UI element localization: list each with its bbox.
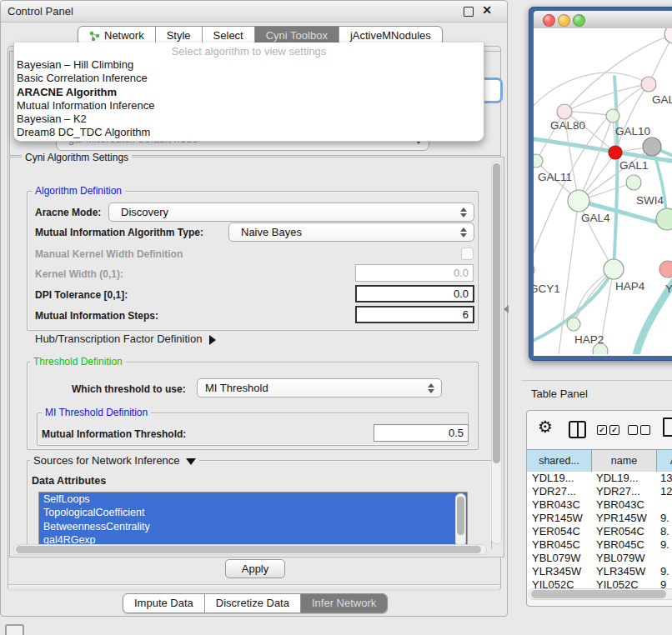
- network-node[interactable]: [664, 28, 672, 43]
- mi-steps-label: Mutual Information Steps:: [35, 310, 158, 322]
- data-attribute-item[interactable]: BetweennessCentrality: [39, 520, 467, 533]
- network-node[interactable]: [557, 104, 572, 119]
- table-cell: YER054C: [527, 525, 591, 538]
- network-node[interactable]: [567, 318, 580, 331]
- mi-threshold-label: Mutual Information Threshold:: [42, 428, 186, 440]
- settings-horizontal-scrollbar[interactable]: [13, 544, 487, 555]
- table-row[interactable]: YDL19...YDL19...13: [527, 472, 672, 485]
- network-window-titlebar: [534, 11, 672, 29]
- split-columns-icon[interactable]: [569, 421, 586, 438]
- minimize-traffic-light[interactable]: [558, 14, 570, 27]
- settings-vertical-scrollbar-thumb[interactable]: [493, 163, 500, 463]
- sources-toggle[interactable]: Sources for Network Inference: [30, 454, 199, 467]
- table-column-header[interactable]: A: [657, 450, 672, 472]
- table-column-header[interactable]: name: [592, 450, 657, 472]
- data-attributes-label: Data Attributes: [32, 475, 106, 487]
- table-cell: 13: [655, 472, 672, 485]
- table-column-header[interactable]: shared...: [527, 450, 592, 472]
- tab-discretize-data[interactable]: Discretize Data: [205, 594, 301, 612]
- aracne-mode-combo[interactable]: Discovery: [108, 202, 474, 222]
- settings-vertical-scrollbar[interactable]: [491, 161, 502, 544]
- data-attribute-item[interactable]: SelfLoops: [39, 492, 467, 506]
- table-cell: 8.: [655, 525, 672, 538]
- table-cell: YBR043C: [527, 498, 591, 512]
- table-row[interactable]: YDR27...YDR27...12: [527, 485, 672, 498]
- hub-definition-toggle[interactable]: Hub/Transcription Factor Definition: [35, 332, 216, 345]
- which-threshold-combo[interactable]: MI Threshold: [197, 378, 442, 398]
- table-panel-title: Table Panel: [531, 388, 588, 400]
- network-node[interactable]: [604, 259, 624, 279]
- network-node[interactable]: [626, 175, 641, 190]
- network-node[interactable]: [656, 208, 672, 230]
- network-node[interactable]: [534, 154, 543, 168]
- table-cell: 12: [655, 485, 672, 498]
- table-row[interactable]: YBR043CYBR043C: [527, 498, 672, 512]
- table-row[interactable]: YBL079WYBL079W: [527, 552, 672, 565]
- cyni-algorithm-settings-panel: Cyni Algorithm Settings Algorithm Defini…: [9, 157, 504, 558]
- network-edge[interactable]: [559, 201, 579, 354]
- network-node[interactable]: [606, 109, 619, 122]
- combo-stepper-icon: [460, 208, 467, 218]
- zoom-traffic-light[interactable]: [573, 14, 585, 27]
- algorithm-dropdown-item[interactable]: Bayesian – Hill Climbing: [14, 58, 484, 72]
- tab-impute-data[interactable]: Impute Data: [123, 594, 205, 612]
- network-edge[interactable]: [534, 72, 649, 112]
- screen: Control Panel ✕ Network Style Select Cyn…: [0, 0, 672, 635]
- network-node[interactable]: [641, 77, 656, 92]
- dpi-tolerance-field[interactable]: 0.0: [355, 285, 474, 302]
- kernel-width-field[interactable]: 0.0: [355, 264, 474, 282]
- mi-type-value: Naive Bayes: [229, 223, 474, 241]
- close-icon[interactable]: ✕: [482, 3, 492, 17]
- network-canvas[interactable]: GALGAL80GAL10GAL1GAL11GAL4SWI4GCY1HAP4YH…: [534, 28, 672, 356]
- sources-title: Sources for Network Inference: [33, 454, 180, 467]
- table-horizontal-scrollbar-thumb[interactable]: [531, 590, 666, 598]
- checked-checkbox-icon[interactable]: ✓: [609, 425, 619, 435]
- manual-kernel-checkbox[interactable]: [461, 248, 474, 260]
- network-edge-highlighted[interactable]: [534, 269, 614, 343]
- aracne-mode-label: Aracne Mode:: [35, 207, 101, 218]
- minimized-panel-icon[interactable]: [5, 624, 24, 635]
- data-attribute-item[interactable]: TopologicalCoefficient: [39, 506, 467, 519]
- network-node[interactable]: [609, 146, 622, 159]
- table-cell: YLR345W: [591, 565, 655, 578]
- unchecked-checkbox-icon[interactable]: [640, 425, 650, 435]
- table-cell: YDR27...: [591, 485, 655, 498]
- algorithm-dropdown-item[interactable]: Basic Correlation Inference: [14, 72, 484, 85]
- network-node[interactable]: [659, 261, 672, 278]
- close-traffic-light[interactable]: [543, 14, 555, 27]
- apply-button[interactable]: Apply: [225, 559, 285, 578]
- table-body: YDL19...YDL19...13YDR27...YDR27...12YBR0…: [527, 472, 672, 589]
- mi-type-combo[interactable]: Naive Bayes: [228, 222, 474, 242]
- float-window-icon[interactable]: [464, 7, 474, 17]
- hub-definition-label: Hub/Transcription Factor Definition: [35, 332, 202, 345]
- tab-infer-network[interactable]: Infer Network: [301, 594, 387, 612]
- attributes-scrollbar[interactable]: [455, 493, 466, 547]
- checked-checkbox-icon[interactable]: ✓: [597, 425, 607, 435]
- mi-steps-field[interactable]: 6: [355, 306, 474, 323]
- table-row[interactable]: YBR045CYBR045C9.: [527, 538, 672, 552]
- split-pane-collapse-arrow[interactable]: [504, 305, 509, 313]
- algorithm-dropdown-item[interactable]: ARACNE Algorithm: [14, 86, 484, 99]
- control-panel-titlebar: Control Panel ✕: [1, 1, 507, 22]
- network-node[interactable]: [568, 190, 589, 212]
- table-cell: YER054C: [591, 525, 655, 538]
- new-page-icon[interactable]: [663, 418, 672, 437]
- table-row[interactable]: YER054CYER054C8.: [527, 525, 672, 538]
- mi-threshold-field[interactable]: 0.5: [374, 424, 469, 442]
- attributes-scrollbar-thumb[interactable]: [457, 497, 464, 535]
- unchecked-checkbox-icon[interactable]: [628, 425, 638, 435]
- algorithm-definition-title: Algorithm Definition: [32, 185, 125, 197]
- network-node[interactable]: [643, 138, 661, 156]
- tab-impute-data-label: Impute Data: [134, 594, 193, 612]
- network-node-label: GAL11: [538, 171, 572, 183]
- gear-icon[interactable]: ⚙: [538, 418, 553, 435]
- algorithm-dropdown-item[interactable]: Mutual Information Inference: [14, 99, 484, 112]
- table-horizontal-scrollbar[interactable]: [529, 588, 672, 600]
- algorithm-dropdown-item[interactable]: Dream8 DC_TDC Algorithm: [14, 126, 484, 139]
- data-attributes-list[interactable]: SelfLoopsTopologicalCoefficientBetweenne…: [38, 492, 468, 548]
- tab-discretize-data-label: Discretize Data: [216, 594, 289, 612]
- algorithm-dropdown-item[interactable]: Bayesian – K2: [14, 112, 484, 126]
- table-row[interactable]: YLR345WYLR345W9.: [527, 565, 672, 578]
- settings-horizontal-scrollbar-thumb[interactable]: [16, 546, 481, 553]
- table-row[interactable]: YPR145WYPR145W9.: [527, 512, 672, 525]
